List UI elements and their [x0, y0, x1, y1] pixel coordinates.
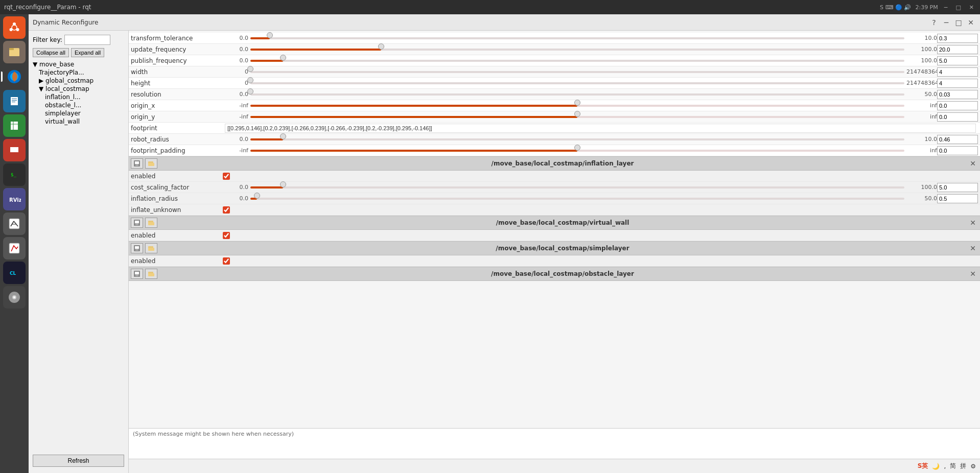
tree-item-virtual-wall[interactable]: virtual_wall	[31, 117, 126, 126]
simplelayer-section-title: /move_base/local_costmap/simplelayer	[159, 245, 966, 252]
clion-icon[interactable]: CL	[3, 262, 26, 284]
virtual-wall-load-btn[interactable]	[145, 218, 157, 228]
param-value-input[interactable]	[937, 90, 978, 99]
tree-item-simplelayer[interactable]: simplelayer	[31, 109, 126, 117]
param-name: footprint_padding	[131, 147, 223, 154]
filter-input[interactable]	[64, 35, 110, 45]
slider-container[interactable]	[250, 147, 904, 155]
tree-item-local-costmap[interactable]: ▼ local_costmap	[31, 85, 126, 93]
param-max: inf	[906, 113, 937, 120]
simplelayer-enabled-checkbox[interactable]	[223, 257, 230, 265]
ime-moon: 🌙	[932, 463, 940, 470]
simplelayer-load-btn[interactable]	[145, 243, 157, 253]
simplelayer-save-btn[interactable]	[131, 243, 143, 253]
virtual-wall-save-btn[interactable]	[131, 218, 143, 228]
spreadsheet-icon[interactable]	[3, 114, 26, 137]
param-value-input[interactable]	[937, 146, 978, 155]
footprint-value-input[interactable]	[225, 124, 976, 133]
tree-item-move-base[interactable]: ▼ move_base	[31, 60, 126, 68]
tree-item-inflation-layer[interactable]: inflation_l...	[31, 93, 126, 101]
collapse-all-btn[interactable]: Collapse all	[33, 48, 69, 57]
rviz-icon[interactable]: RViz	[3, 188, 26, 210]
presentation-icon[interactable]	[3, 139, 26, 161]
slider-container[interactable]	[250, 57, 904, 65]
svg-rect-55	[148, 273, 154, 276]
inflate-unknown-checkbox[interactable]	[223, 206, 230, 214]
param-value-input[interactable]	[937, 56, 978, 65]
param-row-inflation-radius: inflation_radius 0.0 50.0	[129, 193, 980, 204]
tree-item-trajectory[interactable]: TrajectoryPla...	[31, 68, 126, 77]
param-max: 10.0	[906, 136, 937, 143]
param-max: 2147483647	[906, 68, 937, 75]
inflation-enabled-checkbox[interactable]	[223, 173, 230, 180]
tree-item-global-costmap[interactable]: ▶ global_costmap	[31, 77, 126, 85]
dvd-icon[interactable]	[3, 286, 26, 309]
param-max: 10.0	[906, 35, 937, 41]
param-value-input[interactable]	[937, 79, 978, 88]
inflation-close-btn[interactable]: ✕	[968, 158, 978, 169]
svg-rect-6	[9, 50, 19, 56]
slider-container[interactable]	[250, 45, 904, 54]
obstacle-close-btn[interactable]: ✕	[968, 269, 978, 279]
tree-item-obstacle-layer[interactable]: obstacle_l...	[31, 101, 126, 109]
svg-rect-42	[135, 221, 139, 223]
param-value-input[interactable]	[937, 101, 978, 110]
param-name: publish_frequency	[131, 57, 223, 64]
simplelayer-section-header: /move_base/local_costmap/simplelayer ✕	[129, 241, 980, 255]
status-bar: (System message might be shown here when…	[129, 428, 980, 459]
virtual-wall-close-btn[interactable]: ✕	[968, 218, 978, 228]
obstacle-load-btn[interactable]	[145, 269, 157, 279]
title-bar-right: S ⌨ 🔵 🔊 2:39 PM ─ □ ✕	[880, 4, 976, 11]
inflation-load-btn[interactable]	[145, 158, 157, 169]
param-value-input[interactable]	[937, 183, 978, 192]
param-row-footprint-padding: footprint_padding -inf inf	[129, 145, 980, 156]
param-value-input[interactable]	[937, 112, 978, 122]
slider-container[interactable]	[250, 183, 904, 192]
param-row-inflation-enabled: enabled	[129, 171, 980, 182]
virtual-wall-enabled-checkbox[interactable]	[223, 232, 230, 239]
slider-container[interactable]	[250, 34, 904, 42]
window-maximize-btn[interactable]: □	[953, 17, 964, 28]
svg-rect-48	[135, 249, 138, 251]
content-area: Filter key: Collapse all Expand all ▼ mo…	[29, 31, 980, 473]
ime-sogou: S英	[918, 462, 928, 470]
param-value-input[interactable]	[937, 135, 978, 144]
param-value-input[interactable]	[937, 67, 978, 77]
param-value-input[interactable]	[937, 34, 978, 43]
param-name: origin_x	[131, 102, 223, 109]
close-btn[interactable]: ✕	[967, 4, 976, 11]
inflation-save-btn[interactable]	[131, 158, 143, 169]
terminal-icon[interactable]: $_	[3, 163, 26, 186]
firefox-icon[interactable]	[3, 65, 26, 88]
ubuntu-icon[interactable]	[3, 16, 26, 39]
window-minimize-btn[interactable]: ─	[941, 17, 951, 28]
svg-rect-37	[135, 161, 139, 164]
window-close-btn[interactable]: ✕	[966, 17, 976, 28]
minimize-btn[interactable]: ─	[942, 4, 950, 11]
slider-container[interactable]	[250, 102, 904, 110]
window-help-btn[interactable]: ?	[929, 17, 939, 28]
libreoffice-icon[interactable]	[3, 90, 26, 112]
param-name: cost_scaling_factor	[131, 184, 223, 191]
window-title: Dynamic Reconfigure	[33, 19, 98, 26]
slider-container[interactable]	[250, 79, 904, 87]
refresh-btn[interactable]: Refresh	[33, 455, 124, 467]
param-value-input[interactable]	[937, 45, 978, 54]
slider-container[interactable]	[250, 113, 904, 121]
slider-container[interactable]	[250, 195, 904, 203]
maximize-btn[interactable]: □	[953, 4, 963, 11]
param-value-input[interactable]	[937, 194, 978, 203]
draw-icon[interactable]	[3, 237, 26, 259]
param-name: resolution	[131, 91, 223, 98]
param-row-update-frequency: update_frequency 0.0 100.0	[129, 44, 980, 55]
slider-container[interactable]	[250, 68, 904, 76]
ime-settings[interactable]: ⚙	[970, 463, 976, 470]
main-window: Dynamic Reconfigure ? ─ □ ✕ Filter key: …	[29, 14, 980, 473]
slider-container[interactable]	[250, 135, 904, 144]
files-icon[interactable]	[3, 41, 26, 63]
obstacle-save-btn[interactable]	[131, 269, 143, 279]
simplelayer-close-btn[interactable]: ✕	[968, 243, 978, 253]
pen-icon[interactable]	[3, 212, 26, 235]
slider-container[interactable]	[250, 90, 904, 99]
expand-all-btn[interactable]: Expand all	[71, 48, 104, 57]
